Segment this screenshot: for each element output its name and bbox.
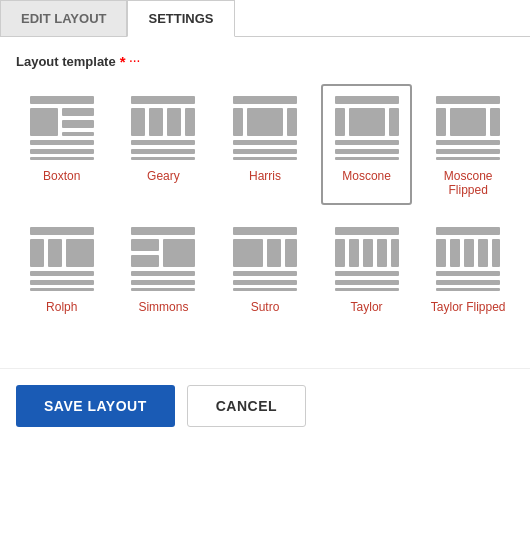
template-geary[interactable]: Geary [118,84,210,205]
svg-rect-22 [233,157,297,160]
svg-rect-16 [233,96,297,104]
taylor-flipped-icon [432,223,504,295]
moscone-icon [331,92,403,164]
svg-rect-51 [233,227,297,235]
svg-rect-48 [131,271,195,276]
svg-rect-6 [30,149,94,154]
svg-rect-9 [131,108,145,136]
svg-rect-36 [436,157,500,160]
moscone-flipped-label: Moscone Flipped [430,169,506,197]
svg-rect-24 [335,108,345,136]
svg-rect-2 [62,108,94,116]
svg-rect-31 [490,108,500,136]
svg-rect-21 [233,149,297,154]
tab-settings[interactable]: SETTINGS [127,0,234,37]
template-moscone-flipped[interactable]: Moscone Flipped [422,84,514,205]
svg-rect-53 [267,239,281,267]
harris-icon [229,92,301,164]
svg-rect-47 [163,239,195,267]
svg-rect-52 [233,239,263,267]
svg-rect-20 [233,140,297,145]
svg-rect-70 [464,239,474,267]
settings-content: Layout template * ··· Boxton [0,37,530,358]
svg-rect-65 [335,280,399,285]
svg-rect-75 [436,288,500,291]
svg-rect-68 [492,239,500,267]
footer: SAVE LAYOUT CANCEL [0,368,530,443]
svg-rect-32 [450,108,486,136]
svg-rect-66 [335,288,399,291]
svg-rect-1 [30,108,58,136]
template-moscone[interactable]: Moscone [321,84,413,205]
svg-rect-74 [436,280,500,285]
required-dots: ··· [130,56,141,67]
svg-rect-25 [349,108,385,136]
section-label: Layout template * ··· [16,53,514,70]
svg-rect-17 [233,108,243,136]
svg-rect-29 [335,157,399,160]
svg-rect-58 [335,227,399,235]
simmons-label: Simmons [138,300,188,314]
svg-rect-49 [131,280,195,285]
svg-rect-5 [30,140,94,145]
svg-rect-26 [389,108,399,136]
svg-rect-18 [247,108,283,136]
svg-rect-12 [185,108,195,136]
moscone-flipped-icon [432,92,504,164]
svg-rect-73 [436,271,500,276]
svg-rect-67 [436,227,500,235]
geary-icon [127,92,199,164]
tab-edit-layout[interactable]: EDIT LAYOUT [0,0,127,37]
sutro-label: Sutro [251,300,280,314]
svg-rect-45 [131,239,159,251]
cancel-button[interactable]: CANCEL [187,385,306,427]
template-simmons[interactable]: Simmons [118,215,210,322]
svg-rect-15 [131,157,195,160]
template-taylor-flipped[interactable]: Taylor Flipped [422,215,514,322]
svg-rect-63 [391,239,399,267]
svg-rect-71 [450,239,460,267]
moscone-label: Moscone [342,169,391,183]
taylor-flipped-label: Taylor Flipped [431,300,506,314]
svg-rect-3 [62,120,94,128]
rolph-label: Rolph [46,300,77,314]
taylor-label: Taylor [351,300,383,314]
svg-rect-39 [48,239,62,267]
svg-rect-59 [335,239,345,267]
svg-rect-34 [436,140,500,145]
svg-rect-19 [287,108,297,136]
svg-rect-8 [131,96,195,104]
template-grid: Boxton Geary [16,84,514,322]
template-sutro[interactable]: Sutro [219,215,311,322]
svg-rect-30 [436,96,500,104]
template-rolph[interactable]: Rolph [16,215,108,322]
rolph-icon [26,223,98,295]
svg-rect-57 [233,288,297,291]
boxton-label: Boxton [43,169,80,183]
sutro-icon [229,223,301,295]
svg-rect-14 [131,149,195,154]
svg-rect-60 [349,239,359,267]
svg-rect-0 [30,96,94,104]
template-boxton[interactable]: Boxton [16,84,108,205]
svg-rect-13 [131,140,195,145]
svg-rect-10 [149,108,163,136]
save-layout-button[interactable]: SAVE LAYOUT [16,385,175,427]
svg-rect-33 [436,108,446,136]
svg-rect-42 [30,280,94,285]
svg-rect-62 [377,239,387,267]
template-taylor[interactable]: Taylor [321,215,413,322]
svg-rect-56 [233,280,297,285]
geary-label: Geary [147,169,180,183]
svg-rect-38 [30,239,44,267]
required-star: * [120,53,126,70]
template-harris[interactable]: Harris [219,84,311,205]
svg-rect-64 [335,271,399,276]
svg-rect-61 [363,239,373,267]
harris-label: Harris [249,169,281,183]
svg-rect-35 [436,149,500,154]
svg-rect-50 [131,288,195,291]
svg-rect-40 [66,239,94,267]
svg-rect-55 [233,271,297,276]
svg-rect-23 [335,96,399,104]
